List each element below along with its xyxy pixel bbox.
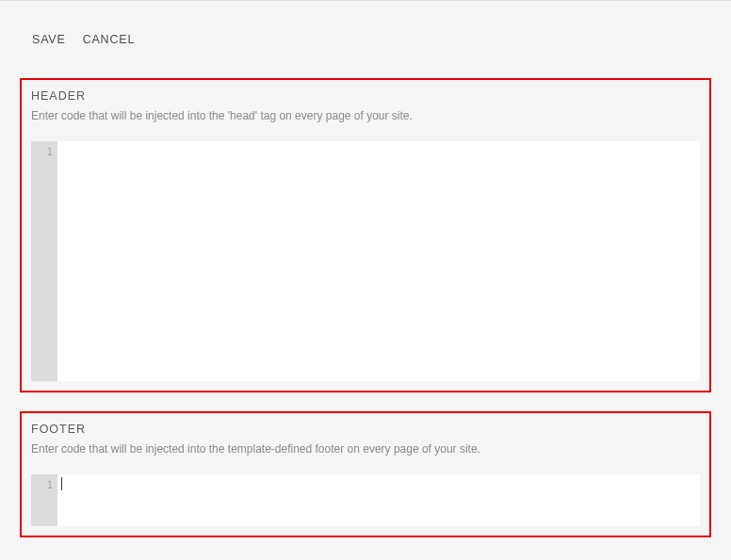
toolbar: SAVE CANCEL — [0, 1, 731, 78]
footer-section-title: FOOTER — [31, 423, 700, 436]
cancel-button[interactable]: CANCEL — [83, 33, 136, 46]
header-section-title: HEADER — [31, 89, 700, 103]
line-number: 1 — [31, 478, 57, 493]
header-section-description: Enter code that will be injected into th… — [31, 108, 700, 124]
footer-code-editor[interactable]: 1 — [31, 474, 700, 526]
footer-code-area[interactable] — [57, 474, 700, 526]
header-gutter: 1 — [31, 141, 57, 381]
header-code-editor[interactable]: 1 — [31, 141, 700, 381]
header-section: HEADER Enter code that will be injected … — [20, 78, 711, 392]
header-code-area[interactable] — [57, 141, 700, 381]
text-cursor — [61, 477, 62, 490]
line-number: 1 — [31, 145, 57, 160]
footer-section-description: Enter code that will be injected into th… — [31, 441, 700, 457]
footer-section: FOOTER Enter code that will be injected … — [20, 411, 711, 537]
save-button[interactable]: SAVE — [32, 33, 66, 46]
footer-gutter: 1 — [31, 474, 57, 526]
